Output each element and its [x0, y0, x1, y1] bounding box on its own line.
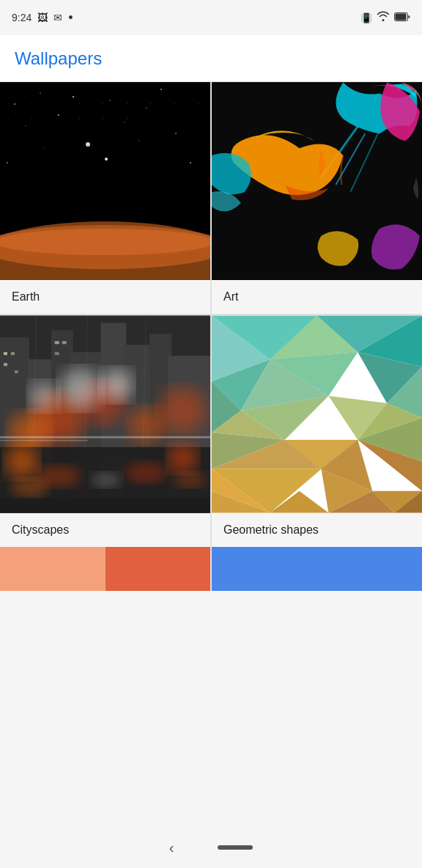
svg-point-13	[138, 140, 139, 141]
svg-point-58	[168, 444, 197, 473]
svg-rect-39	[62, 341, 67, 344]
wallpaper-item-geometric[interactable]: Geometric shapes	[212, 315, 422, 547]
wifi-icon	[377, 11, 390, 24]
art-image	[212, 82, 422, 280]
art-thumbnail	[212, 82, 422, 280]
svg-point-6	[73, 96, 74, 98]
svg-rect-40	[55, 352, 59, 355]
svg-point-53	[174, 473, 206, 488]
svg-rect-1	[396, 14, 407, 21]
svg-point-2	[14, 103, 15, 105]
star-field	[0, 82, 210, 280]
status-left: 9:24 🖼 ✉ •	[12, 11, 73, 24]
svg-point-47	[101, 369, 133, 401]
svg-rect-38	[55, 341, 59, 344]
app-header: Wallpapers	[0, 35, 422, 82]
earth-label: Earth	[0, 280, 210, 314]
svg-point-46	[60, 368, 101, 409]
geo-image	[212, 315, 422, 513]
svg-point-48	[29, 381, 59, 411]
art-label: Art	[212, 280, 422, 314]
back-button[interactable]: ‹	[169, 839, 174, 856]
swatch-row	[0, 547, 422, 591]
svg-point-20	[0, 229, 210, 255]
svg-rect-56	[0, 440, 88, 441]
svg-point-10	[175, 133, 177, 134]
svg-rect-36	[4, 363, 7, 366]
svg-point-4	[58, 114, 59, 116]
home-button[interactable]	[218, 845, 253, 850]
wallpaper-item-cityscapes[interactable]: Cityscapes	[0, 315, 210, 547]
svg-point-42	[9, 412, 50, 453]
svg-point-3	[40, 92, 41, 94]
wallpaper-item-earth[interactable]: Earth	[0, 82, 210, 314]
svg-point-51	[11, 479, 48, 496]
svg-point-14	[7, 162, 8, 163]
svg-point-9	[124, 122, 125, 122]
page-title: Wallpapers	[15, 48, 102, 69]
cityscapes-label: Cityscapes	[0, 513, 210, 547]
image-icon: 🖼	[37, 12, 48, 23]
swatch-orange	[106, 547, 211, 591]
svg-point-16	[86, 142, 90, 147]
battery-icon	[394, 11, 410, 24]
svg-point-52	[125, 463, 166, 483]
art-svg	[212, 82, 422, 280]
svg-point-5	[25, 125, 26, 126]
email-icon: ✉	[53, 12, 62, 23]
svg-point-12	[109, 100, 111, 101]
earth-image	[0, 82, 210, 280]
dot-icon: •	[68, 11, 73, 24]
status-bar: 9:24 🖼 ✉ • 📳	[0, 0, 422, 35]
wallpaper-grid: Earth	[0, 82, 422, 547]
svg-point-7	[146, 107, 147, 108]
wallpaper-item-art[interactable]: Art	[212, 82, 422, 314]
city-thumbnail	[0, 315, 210, 513]
city-svg	[0, 315, 210, 513]
svg-point-11	[43, 147, 44, 148]
svg-point-45	[159, 387, 206, 434]
geo-thumbnail	[212, 315, 422, 513]
city-image	[0, 315, 210, 513]
vibrate-icon: 📳	[360, 12, 372, 23]
geo-svg	[212, 315, 422, 513]
svg-point-17	[105, 158, 108, 161]
svg-rect-37	[15, 370, 18, 373]
svg-point-15	[190, 162, 191, 163]
svg-rect-35	[11, 352, 15, 355]
status-right: 📳	[360, 11, 410, 24]
swatch-peach	[0, 547, 106, 591]
status-time: 9:24	[12, 12, 32, 23]
svg-point-54	[92, 473, 121, 488]
swatch-item-left[interactable]	[0, 547, 210, 591]
nav-bar: ‹	[0, 827, 422, 868]
svg-rect-34	[4, 352, 7, 355]
svg-rect-55	[0, 436, 210, 438]
swatch-item-right[interactable]	[212, 547, 422, 591]
svg-point-8	[160, 89, 162, 90]
geometric-label: Geometric shapes	[212, 513, 422, 547]
earth-thumbnail	[0, 82, 210, 280]
svg-point-57	[6, 446, 38, 478]
